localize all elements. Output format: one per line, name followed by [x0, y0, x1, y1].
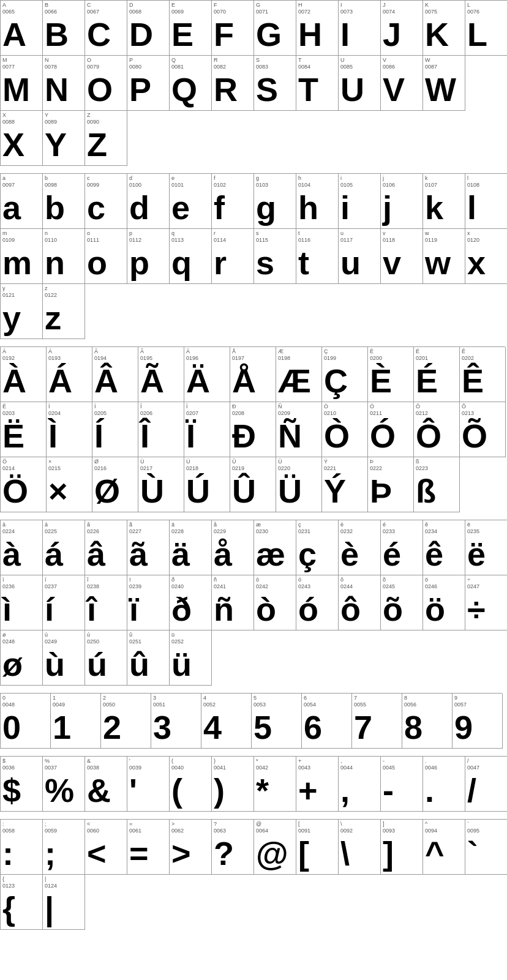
cell: + 0043+: [296, 757, 339, 812]
cell-char: *: [256, 774, 269, 807]
cell-code: v 0118: [383, 230, 395, 244]
cell: J 0074J: [381, 1, 423, 56]
cell-code: $ 0036: [2, 758, 15, 771]
cell-char: Ð: [232, 419, 256, 452]
cell: É 0201É: [414, 347, 460, 402]
cell-code: Ó 0211: [370, 403, 382, 417]
cell: 4 00524: [201, 694, 252, 749]
cell-char: O: [87, 73, 113, 106]
cell-char: \: [340, 837, 350, 870]
cell: ^ 0094^: [423, 820, 465, 875]
cell: O 0079O: [85, 56, 127, 111]
cell-char: Ü: [278, 474, 302, 507]
cell: ø 0248ø: [1, 630, 43, 686]
cell-code: ; 0059: [45, 821, 57, 834]
cell: 5 00535: [252, 694, 302, 749]
cell-char: :: [2, 837, 13, 870]
cell: Õ 0213Õ: [460, 402, 506, 457]
cell-code: b 0098: [45, 175, 57, 189]
cell: 8 00568: [402, 694, 453, 749]
cell-char: Õ: [462, 419, 487, 452]
cell-code: ù 0249: [45, 632, 57, 645]
cell: Ë 0203Ë: [1, 402, 47, 457]
cell: v 0118v: [381, 229, 423, 284]
grid-row: ì 0236ìí 0237íî 0238îï 0239ïð 0240ðñ 024…: [0, 575, 507, 630]
cell: $ 0036$: [1, 757, 43, 812]
cell-code: X 0088: [2, 112, 15, 125]
cell: % 0037%: [43, 757, 85, 812]
cell-code: ' 0039: [129, 758, 141, 771]
cell-code: Q 0081: [171, 57, 184, 70]
cell: W 0087W: [423, 56, 465, 111]
cell-char: 7: [354, 711, 372, 744]
cell: Ö 0214Ö: [1, 457, 47, 512]
cell: Q 0081Q: [170, 56, 212, 111]
cell-char: =: [129, 837, 149, 870]
cell-code: ó 0243: [298, 577, 310, 590]
cell: õ 0245õ: [381, 575, 423, 630]
cell: j 0106j: [381, 174, 423, 229]
cell-char: Ó: [370, 419, 396, 452]
cell: Í 0205Í: [92, 402, 138, 457]
cell-char: ^: [425, 837, 445, 870]
cell-char: j: [383, 191, 392, 224]
cell-char: 9: [454, 711, 473, 744]
cell-char: <: [87, 837, 107, 870]
cell: Ì 0204Ì: [47, 402, 92, 457]
grid-row: X 0088XY 0089YZ 0090Z: [0, 111, 127, 166]
cell-char: ò: [256, 593, 276, 626]
cell-code: U 0085: [340, 57, 353, 70]
cell-code: è 0232: [340, 522, 353, 535]
cell-char: ?: [214, 837, 234, 870]
cell-code: Ö 0214: [2, 458, 15, 472]
cell: í 0237í: [43, 575, 85, 630]
cell-char: U: [340, 73, 364, 106]
cell-char: 4: [203, 711, 222, 744]
cell-char: ð: [171, 593, 192, 626]
cell: m 0109m: [1, 229, 43, 284]
cell: ( 0040(: [170, 757, 212, 812]
cell-code: Á 0193: [48, 348, 61, 362]
cell-code: w 0119: [425, 230, 437, 244]
cell-char: ä: [171, 537, 190, 570]
cell-code: ß 0223: [416, 458, 428, 472]
cell-char: ç: [298, 537, 317, 570]
cell: q 0113q: [170, 229, 212, 284]
cell-char: X: [2, 128, 24, 161]
cell-char: q: [171, 246, 192, 279]
cell-char: í: [45, 593, 54, 626]
cell-code: ü 0252: [171, 632, 184, 645]
cell: B 0066B: [43, 1, 85, 56]
cell: ] 0093]: [381, 820, 423, 875]
cell: A 0065A: [1, 1, 43, 56]
cell-char: v: [383, 246, 401, 279]
cell: c 0099c: [85, 174, 127, 229]
cell-char: d: [129, 191, 149, 224]
cell-char: 0: [2, 711, 21, 744]
cell: ) 0041): [212, 757, 254, 812]
cell: | 0124|: [43, 875, 85, 930]
cell-char: Ñ: [278, 419, 302, 452]
cell-char: `: [467, 837, 478, 870]
cell-code: j 0106: [383, 175, 395, 189]
cell-code: û 0251: [129, 632, 141, 645]
cell: ÷ 0247÷: [465, 575, 507, 630]
cell-code: r 0114: [214, 230, 226, 244]
cell: r 0114r: [212, 229, 254, 284]
cell-char: Å: [232, 364, 256, 397]
cell-char: 3: [153, 711, 171, 744]
cell: . 0046.: [423, 757, 465, 812]
cell-char: B: [45, 18, 69, 51]
cell-code: B 0066: [45, 2, 57, 15]
cell-char: i: [340, 191, 350, 224]
cell: R 0082R: [212, 56, 254, 111]
cell-char: H: [298, 18, 322, 51]
cell-char: N: [45, 73, 69, 106]
cell: È 0200È: [368, 347, 414, 402]
cell-code: \ 0092: [340, 821, 353, 834]
cell: S 0083S: [254, 56, 296, 111]
cell-code: À 0192: [2, 348, 15, 362]
cell-code: S 0083: [256, 57, 268, 70]
cell-code: & 0038: [87, 758, 99, 771]
cell-char: ): [214, 774, 225, 807]
